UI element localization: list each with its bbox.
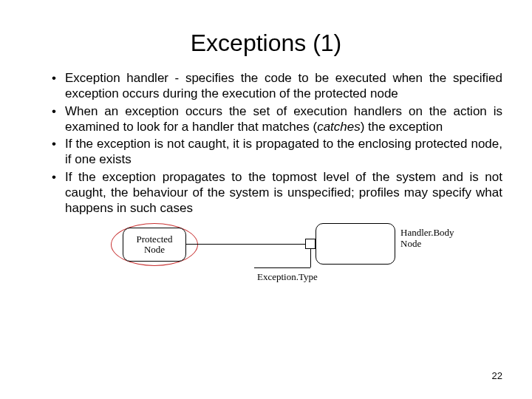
port-square — [305, 239, 316, 249]
handler-body-label: Handler.Body Node — [400, 228, 454, 250]
handler-body-label-l2: Node — [400, 238, 421, 249]
connector-line — [186, 244, 310, 245]
exception-type-connector-h — [254, 267, 310, 268]
exception-type-connector-v — [310, 249, 311, 267]
protected-node-box: Protected Node — [123, 228, 186, 262]
exception-type-label: Exception.Type — [257, 271, 318, 283]
handler-body-node-box — [316, 223, 395, 265]
slide: Exceptions (1) Exception handler - speci… — [0, 0, 532, 399]
bullet-item: Exception handler - specifies the code t… — [52, 70, 502, 102]
page-number: 22 — [492, 370, 502, 381]
bullet-text: If the exception is not caught, it is pr… — [65, 137, 502, 166]
bullet-text: If the exception propagates to the topmo… — [65, 170, 502, 216]
bullet-text: ) the exception — [361, 120, 443, 134]
bullet-item: If the exception propagates to the topmo… — [52, 169, 502, 216]
bullet-text: Exception handler - specifies the code t… — [65, 71, 502, 100]
protected-node-label-l1: Protected — [136, 233, 172, 245]
handler-body-label-l1: Handler.Body — [400, 227, 454, 238]
bullet-text-italic: catches — [317, 120, 361, 134]
bullet-list: Exception handler - specifies the code t… — [30, 70, 502, 216]
diagram: Protected Node Handler.Body Node Excepti… — [30, 223, 502, 297]
bullet-item: If the exception is not caught, it is pr… — [52, 136, 502, 168]
protected-node-label-l2: Node — [144, 244, 165, 255]
slide-title: Exceptions (1) — [111, 30, 421, 57]
bullet-item: When an exception occurs the set of exec… — [52, 103, 502, 135]
